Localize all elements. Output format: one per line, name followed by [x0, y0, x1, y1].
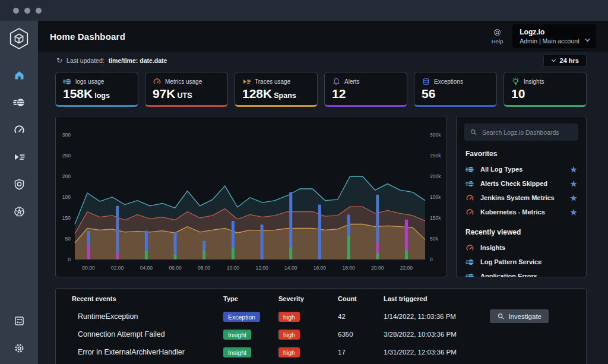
svg-text:20:00: 20:00 — [371, 265, 384, 271]
recent-item[interactable]: Insights — [464, 240, 578, 255]
event-name: Error in ExternalArchiverHandler — [72, 348, 223, 356]
help-button[interactable]: Help — [492, 28, 504, 45]
stat-card-alerts[interactable]: Alerts 12 — [324, 72, 407, 107]
logs-icon[interactable] — [13, 96, 26, 109]
svg-text:250: 250 — [62, 153, 71, 159]
main-content: Home Dashboard Help Logz.io Admin | Main… — [38, 21, 608, 364]
svg-text:100: 100 — [62, 194, 71, 200]
svg-text:0: 0 — [68, 257, 71, 262]
svg-text:50: 50 — [65, 236, 71, 242]
favorite-label: All Log Types — [480, 166, 522, 173]
window-control-dot[interactable] — [24, 8, 30, 14]
column-header-count: Count — [338, 289, 384, 308]
kubernetes-icon[interactable] — [13, 205, 26, 218]
last-updated-value: time/time: date.date — [109, 57, 167, 64]
event-last-triggered: 3/28/2022, 10:03:36 PM — [384, 331, 586, 338]
logs-icon — [466, 165, 474, 174]
recent-label: Application Errors — [480, 273, 537, 277]
last-updated-prefix: Last updated: — [66, 57, 104, 64]
stat-card-unit: logs — [94, 91, 110, 100]
stat-card-label: Insights — [524, 78, 544, 85]
svg-text:18:00: 18:00 — [342, 265, 355, 271]
favorites-title: Favorites — [466, 150, 577, 158]
svg-text:02:00: 02:00 — [111, 265, 124, 271]
investigate-label: Investigate — [508, 313, 542, 320]
stat-card-insights[interactable]: Insights 10 — [504, 72, 587, 107]
metrics-gauge-icon — [466, 208, 474, 217]
page-header: Home Dashboard Help Logz.io Admin | Main… — [38, 21, 608, 52]
event-name: Connection Attempt Failed — [72, 330, 223, 338]
sidebar-nav — [0, 69, 38, 364]
metrics-gauge-icon[interactable] — [13, 124, 26, 136]
event-type-badge: Insight — [223, 347, 251, 357]
search-input[interactable] — [482, 129, 573, 136]
star-icon[interactable]: ★ — [570, 180, 577, 188]
recent-label: Insights — [480, 244, 505, 251]
window-control-dot[interactable] — [36, 8, 42, 14]
dashboard-search[interactable] — [464, 124, 578, 141]
stat-card-label: Exceptions — [434, 78, 463, 85]
stat-card-metrics-usage[interactable]: Metrics usage 97KUTS — [145, 72, 228, 107]
svg-text:04:00: 04:00 — [140, 265, 153, 271]
star-icon[interactable]: ★ — [570, 166, 577, 173]
time-range-button[interactable]: 24 hrs — [543, 54, 587, 67]
svg-text:200k: 200k — [430, 173, 441, 179]
investigate-button[interactable]: Investigate — [490, 309, 549, 323]
recently-viewed-title: Recently viewed — [466, 228, 577, 236]
event-last-triggered: 1/31/2022, 12:03:36 PM — [384, 349, 586, 356]
logzio-logo-icon — [9, 27, 29, 50]
usage-time-series-chart: 300250200100150500300k250k200k100k150k50… — [56, 116, 446, 277]
svg-text:22:00: 22:00 — [400, 265, 413, 271]
svg-text:50k: 50k — [430, 236, 438, 242]
tracing-icon[interactable] — [13, 151, 26, 163]
stat-card-value: 10 — [511, 87, 525, 100]
home-icon[interactable] — [13, 69, 26, 81]
settings-gear-icon[interactable] — [13, 342, 26, 354]
stat-card-label: Metrics usage — [165, 78, 202, 85]
logs-icon — [466, 179, 474, 188]
favorite-label: Alerts Check Skipped — [480, 180, 547, 187]
account-org: Logz.io — [520, 28, 580, 36]
account-menu[interactable]: Logz.io Admin | Main account — [512, 24, 596, 48]
stat-card-exceptions[interactable]: Exceptions 56 — [414, 72, 497, 107]
svg-text:10:00: 10:00 — [227, 265, 240, 271]
column-header-severity: Severity — [278, 289, 338, 308]
window-titlebar — [0, 0, 608, 21]
favorite-item[interactable]: Kubernetes - Metrics ★ — [464, 205, 578, 219]
favorite-item[interactable]: All Log Types ★ — [464, 162, 578, 176]
data-hub-icon[interactable] — [13, 315, 26, 327]
stat-card-logs-usage[interactable]: logs usage 158Klogs — [55, 72, 138, 107]
favorite-item[interactable]: Jenkins System Metrics ★ — [464, 191, 578, 205]
time-range-label: 24 hrs — [560, 57, 579, 64]
help-lifebuoy-icon — [493, 28, 502, 37]
recent-events-panel: Recent events Type Severity Count Last t… — [55, 288, 587, 364]
recent-item[interactable]: Application Errors — [464, 269, 578, 277]
svg-text:150: 150 — [62, 215, 71, 221]
star-icon[interactable]: ★ — [570, 194, 577, 202]
star-icon[interactable]: ★ — [570, 208, 577, 216]
search-icon — [497, 312, 505, 320]
stat-card-unit: Spans — [274, 91, 296, 100]
usage-chart-panel: 300250200100150500300k250k200k100k150k50… — [55, 116, 447, 277]
favorite-label: Jenkins System Metrics — [480, 194, 555, 201]
security-shield-icon[interactable] — [13, 178, 26, 191]
sidebar — [0, 21, 38, 364]
recent-item[interactable]: Log Pattern Service — [464, 255, 578, 269]
event-last-triggered: 1/14/2022, 11:03:36 PM — [384, 313, 586, 320]
metrics-gauge-icon — [466, 194, 474, 202]
stat-card-value: 97K — [153, 87, 176, 100]
recent-label: Log Pattern Service — [480, 258, 542, 265]
event-count: 6350 — [338, 331, 384, 338]
favorite-label: Kubernetes - Metrics — [480, 208, 545, 216]
window-control-dot[interactable] — [13, 8, 19, 14]
column-header-type: Type — [223, 289, 278, 308]
svg-text:250k: 250k — [430, 153, 441, 159]
event-type-badge: Insight — [223, 330, 251, 340]
svg-text:300: 300 — [62, 132, 71, 138]
favorite-item[interactable]: Alerts Check Skipped ★ — [464, 176, 578, 191]
stat-card-traces-usage[interactable]: Traces usage 128KSpans — [235, 72, 318, 107]
exceptions-stack-icon — [422, 77, 430, 86]
chevron-down-icon — [551, 58, 556, 63]
refresh-icon[interactable]: ↻ — [56, 57, 62, 64]
svg-text:150k: 150k — [430, 215, 441, 221]
